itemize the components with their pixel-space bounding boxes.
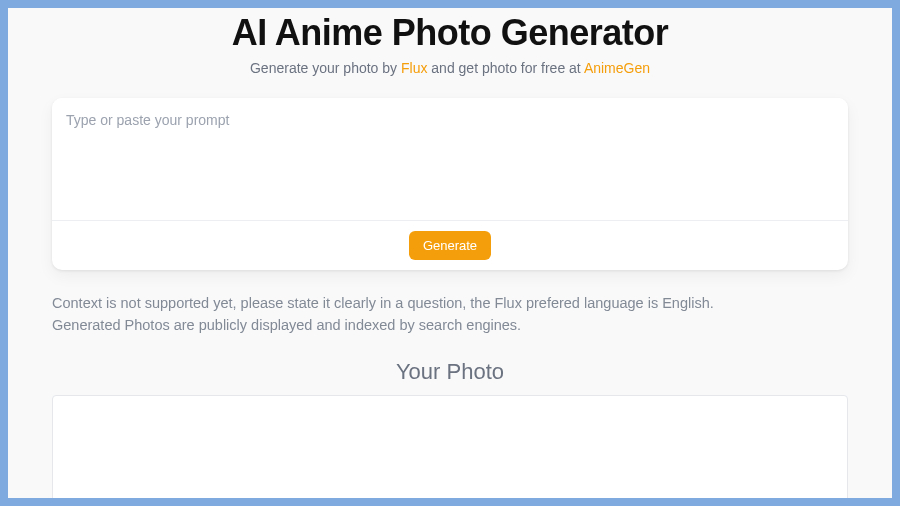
subtitle-text-pre: Generate your photo by xyxy=(250,60,401,76)
page-title: AI Anime Photo Generator xyxy=(52,12,848,54)
prompt-card: Generate xyxy=(52,98,848,270)
prompt-input[interactable] xyxy=(52,98,848,216)
photo-output-frame xyxy=(52,395,848,498)
notice-text: Context is not supported yet, please sta… xyxy=(52,292,848,337)
subtitle-text-mid: and get photo for free at xyxy=(427,60,583,76)
generate-button[interactable]: Generate xyxy=(409,231,491,260)
your-photo-heading: Your Photo xyxy=(52,359,848,385)
notice-line-2: Generated Photos are publicly displayed … xyxy=(52,314,848,336)
flux-link[interactable]: Flux xyxy=(401,60,427,76)
page-subtitle: Generate your photo by Flux and get phot… xyxy=(52,60,848,76)
notice-line-1: Context is not supported yet, please sta… xyxy=(52,292,848,314)
animegen-link[interactable]: AnimeGen xyxy=(584,60,650,76)
card-footer: Generate xyxy=(52,220,848,270)
